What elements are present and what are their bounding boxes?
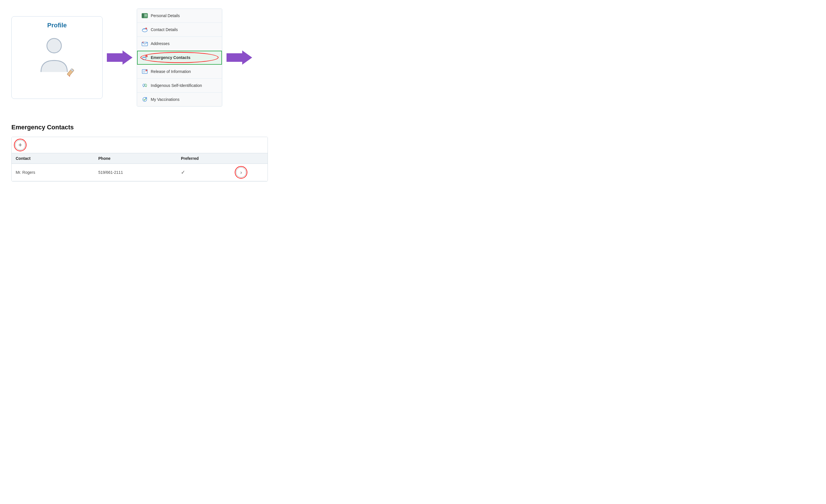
purple-arrow-icon [107, 49, 132, 66]
menu-item-addresses[interactable]: Addresses [137, 37, 222, 51]
preferred-checkmark: ✓ [181, 170, 185, 175]
contact-preferred: ✓ [181, 169, 236, 176]
svg-point-0 [47, 39, 62, 53]
svg-marker-28 [227, 50, 252, 65]
menu-label-my-vaccinations: My Vaccinations [151, 97, 179, 102]
vaccinations-icon: P [141, 96, 148, 103]
menu-label-contact-details: Contact Details [151, 27, 178, 32]
profile-title: Profile [47, 22, 67, 29]
personal-details-icon [141, 12, 148, 19]
row-action-cell: › [236, 167, 263, 178]
profile-menu: Personal Details ! Contact Details [137, 9, 222, 107]
add-contact-button[interactable]: + [15, 140, 25, 150]
svg-point-24 [144, 84, 147, 86]
table-header: Contact Phone Preferred [12, 153, 268, 164]
emergency-contacts-icon: ! [141, 54, 148, 61]
view-contact-button[interactable]: › [236, 167, 246, 178]
arrow-from-menu [222, 49, 256, 66]
menu-label-emergency-contacts: Emergency Contacts [151, 55, 190, 60]
column-header-contact: Contact [16, 156, 98, 161]
release-info-icon: i [141, 68, 148, 75]
emergency-contacts-title: Emergency Contacts [11, 124, 815, 131]
menu-item-emergency-contacts[interactable]: ! Emergency Contacts [137, 51, 222, 65]
pencil-icon [67, 67, 77, 78]
svg-text:i: i [146, 70, 146, 71]
svg-text:!: ! [146, 56, 146, 57]
addresses-icon [141, 41, 148, 47]
menu-item-indigenous-self-identification[interactable]: Indigenous Self-Identification [137, 79, 222, 92]
menu-item-my-vaccinations[interactable]: P My Vaccinations [137, 92, 222, 106]
menu-label-release-of-information: Release of Information [151, 69, 191, 74]
add-button-row: + [12, 137, 268, 153]
svg-rect-6 [142, 13, 144, 18]
contact-phone: 519/661-2111 [98, 170, 181, 175]
column-header-action [236, 156, 263, 161]
column-header-phone: Phone [98, 156, 181, 161]
table-row: Mr. Rogers 519/661-2111 ✓ › [12, 164, 268, 181]
menu-item-contact-details[interactable]: ! Contact Details [137, 23, 222, 37]
svg-text:!: ! [146, 28, 146, 29]
menu-label-personal-details: Personal Details [151, 13, 180, 18]
menu-item-personal-details[interactable]: Personal Details [137, 9, 222, 23]
emergency-contacts-table-container: + Contact Phone Preferred Mr. Rogers 519… [11, 137, 268, 182]
top-section: Profile [11, 9, 815, 107]
svg-text:P: P [146, 98, 147, 99]
contact-name: Mr. Rogers [16, 170, 98, 175]
contact-details-icon: ! [141, 26, 148, 33]
indigenous-icon [141, 82, 148, 88]
emergency-contacts-section: Emergency Contacts + Contact Phone Prefe… [11, 124, 815, 182]
menu-label-indigenous-self-identification: Indigenous Self-Identification [151, 83, 202, 88]
menu-label-addresses: Addresses [151, 41, 170, 46]
profile-card: Profile [11, 16, 103, 99]
svg-marker-4 [107, 50, 132, 65]
profile-avatar [34, 34, 80, 80]
menu-item-release-of-information[interactable]: i Release of Information [137, 65, 222, 79]
purple-arrow-2-icon [227, 49, 252, 66]
column-header-preferred: Preferred [181, 156, 236, 161]
arrow-to-menu [103, 49, 137, 66]
